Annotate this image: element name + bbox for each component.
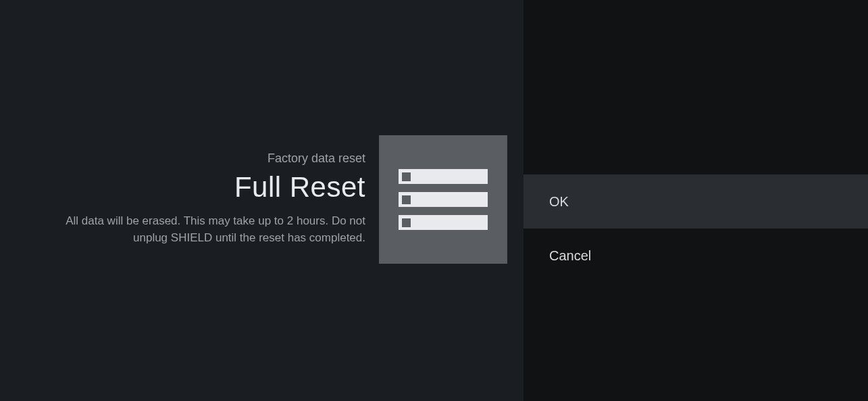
cancel-button[interactable]: Cancel (524, 229, 868, 283)
breadcrumb: Factory data reset (55, 151, 365, 166)
description-text: All data will be erased. This may take u… (55, 213, 365, 246)
reset-icon (379, 135, 507, 264)
info-panel: Factory data reset Full Reset All data w… (0, 0, 524, 401)
ok-button[interactable]: OK (524, 174, 868, 229)
text-block: Factory data reset Full Reset All data w… (55, 135, 365, 246)
options-panel: OK Cancel (524, 0, 868, 401)
list-rows-icon (399, 169, 488, 230)
content-block: Factory data reset Full Reset All data w… (0, 135, 524, 264)
page-title: Full Reset (55, 171, 365, 204)
